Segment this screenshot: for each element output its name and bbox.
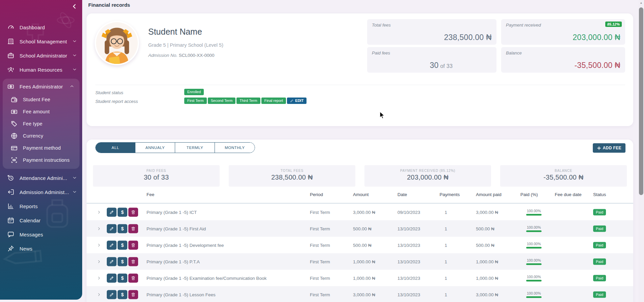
school-management-icon: [7, 37, 15, 45]
payment-received-label: Payment received: [506, 23, 620, 28]
dollar-icon: $: [121, 275, 124, 281]
pay-fee-button[interactable]: $: [118, 224, 127, 233]
sidebar-item-currency[interactable]: Currency: [3, 130, 79, 142]
cell-date: 13/10/2023: [397, 275, 420, 280]
sidebar-item-messages[interactable]: Messages: [0, 227, 82, 241]
table-row-primary-grade-1-5-development-fee: $ Primary (Grade 1 -5) Development fee F…: [87, 237, 633, 253]
cell-amount: 1,000.00 ₦: [353, 259, 375, 264]
edit-fee-button[interactable]: [107, 290, 117, 299]
student-avatar: [95, 21, 139, 65]
sidebar-item-school-administrator[interactable]: School Administrator: [0, 48, 82, 63]
tag-icon: [10, 120, 18, 127]
sidebar-item-label: Attendance Admini...: [20, 175, 72, 181]
plus-icon: [597, 146, 601, 150]
vertical-scrollbar[interactable]: ▲: [638, 0, 644, 302]
attendance-icon: [7, 174, 15, 182]
sidebar-item-calendar[interactable]: Calendar: [0, 213, 82, 227]
edit-report-access-button[interactable]: EDIT: [287, 98, 307, 104]
row-expander-chevron[interactable]: [97, 226, 101, 231]
balance-value: -35,500.00 ₦: [574, 61, 620, 70]
row-expander-chevron[interactable]: [97, 259, 101, 264]
table-header: FeePeriodAmountDatePaymentsAmount paidPa…: [87, 192, 633, 201]
delete-fee-button[interactable]: [128, 224, 138, 233]
sidebar-item-payment-instructions[interactable]: Payment instructions: [3, 154, 79, 166]
delete-fee-button[interactable]: [128, 207, 138, 217]
cell-date: 13/10/2023: [397, 242, 420, 248]
paid-progress-bar: [526, 214, 542, 216]
sidebar-item-fees-administrator[interactable]: Fees Administrator: [3, 79, 79, 93]
edit-fee-button[interactable]: [107, 240, 117, 250]
sidebar-item-label: Fee type: [23, 121, 75, 126]
sidebar-item-fee-amount[interactable]: Fee amount: [3, 106, 79, 118]
paid-fees-value: 30 of 33: [430, 61, 453, 70]
sidebar-item-reports[interactable]: Reports: [0, 199, 82, 213]
pay-fee-button[interactable]: $: [118, 240, 127, 250]
sidebar-collapse-button[interactable]: [71, 3, 79, 11]
pay-fee-button[interactable]: $: [118, 290, 127, 299]
sidebar-item-school-management[interactable]: School Management: [0, 34, 82, 48]
sidebar-item-attendance-admini[interactable]: Attendance Admini...: [0, 171, 82, 185]
status-badge-paid: Paid: [593, 291, 606, 298]
cell-date: 13/10/2023: [397, 259, 420, 264]
dollar-icon: $: [121, 210, 124, 215]
sidebar-item-label: Currency: [23, 133, 75, 139]
cell-period: First Term: [310, 242, 330, 248]
table-row-primary-grade-1-5-first-aid: $ Primary (Grade 1 -5) First Aid First T…: [87, 220, 633, 237]
edit-fee-button[interactable]: [107, 224, 117, 233]
row-expander-chevron[interactable]: [97, 243, 101, 248]
pay-fee-button[interactable]: $: [118, 257, 127, 266]
cell-amount-paid: 3,000.00 ₦: [476, 292, 498, 297]
sidebar-item-admission-administ[interactable]: Admission Administ...: [0, 185, 82, 199]
cell-amount-paid: 1,000.00 ₦: [476, 275, 498, 280]
sidebar-item-label: Calendar: [20, 218, 77, 223]
cell-amount: 500.00 ₦: [353, 226, 372, 231]
scrollbar-thumb[interactable]: [639, 7, 643, 195]
sidebar-item-news[interactable]: News: [0, 241, 82, 256]
sidebar-item-dashboard[interactable]: Dashboard: [0, 20, 82, 34]
cell-amount: 3,000.00 ₦: [353, 210, 375, 215]
table-row-primary-grade-1-5-lesson-fees: $ Primary (Grade 1 -5) Lesson Fees First…: [87, 286, 633, 302]
paid-progress-bar: [526, 280, 542, 281]
tab-monthly[interactable]: MONTHLY: [215, 143, 255, 153]
pay-fee-button[interactable]: $: [118, 207, 127, 217]
total-fees-label: Total fees: [372, 23, 492, 28]
cell-period: First Term: [310, 226, 330, 231]
row-expander-chevron[interactable]: [97, 276, 101, 280]
row-expander-chevron[interactable]: [97, 210, 101, 215]
delete-fee-button[interactable]: [128, 273, 138, 282]
edit-fee-button[interactable]: [107, 273, 117, 282]
cell-amount: 3,000.00 ₦: [353, 292, 375, 297]
cell-payments: 1: [445, 275, 447, 280]
column-header-status: Status: [593, 192, 606, 197]
delete-fee-button[interactable]: [128, 290, 138, 299]
delete-fee-button[interactable]: [128, 257, 138, 266]
add-fee-button[interactable]: ADD FEE: [593, 143, 625, 153]
sidebar-item-label: Fees Administrator: [20, 84, 69, 89]
sidebar-item-student-fee[interactable]: Student Fee: [3, 93, 79, 106]
cell-paid-percent: 100.00%: [520, 291, 547, 298]
pay-fee-button[interactable]: $: [118, 273, 127, 282]
edit-fee-button[interactable]: [107, 207, 117, 217]
delete-fee-button[interactable]: [128, 240, 138, 250]
tab-all[interactable]: ALL: [96, 143, 135, 153]
cell-payments: 1: [445, 242, 447, 248]
cell-amount: 1,000.00 ₦: [353, 275, 375, 280]
tab-annualy[interactable]: ANNUALY: [135, 143, 175, 153]
sidebar-item-payment-method[interactable]: Payment method: [3, 142, 79, 154]
fees-card: ALLANNUALYTERMLYMONTHLY ADD FEE PAID FEE…: [87, 140, 633, 302]
edit-fee-button[interactable]: [107, 257, 117, 266]
tab-termly[interactable]: TERMLY: [175, 143, 215, 153]
row-expander-chevron[interactable]: [97, 292, 101, 297]
sidebar-item-fee-type[interactable]: Fee type: [3, 118, 79, 130]
sidebar-item-label: School Management: [20, 39, 72, 44]
sidebar-item-label: Student Fee: [23, 97, 75, 102]
mouse-cursor: [379, 111, 386, 119]
divider: [95, 85, 625, 85]
dollar-icon: $: [121, 242, 124, 248]
cell-period: First Term: [310, 259, 330, 264]
report-badge-final-report: Final report: [261, 98, 286, 104]
cell-fee: Primary (Grade 1 -5) P.T.A: [147, 259, 200, 264]
sidebar-item-human-resources[interactable]: Human Resources: [0, 63, 82, 77]
scrollbar-up-arrow[interactable]: ▲: [638, 1, 644, 4]
reports-icon: [7, 202, 15, 210]
